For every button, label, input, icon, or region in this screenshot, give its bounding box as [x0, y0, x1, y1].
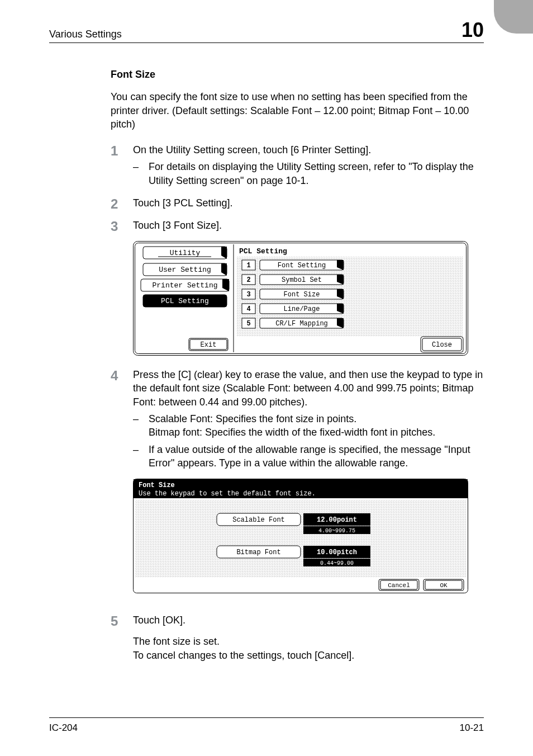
step-number: 1 — [111, 143, 133, 158]
scalable-font-value: 12.00point 4.00~999.75 — [303, 513, 370, 534]
svg-text:Font Size: Font Size — [284, 291, 320, 299]
svg-rect-47 — [135, 500, 466, 577]
step-result-2: To cancel changes to the settings, touch… — [133, 649, 484, 662]
panel-title: Font Size — [139, 481, 175, 489]
tab-user-setting[interactable]: User Setting — [143, 263, 227, 276]
intro-paragraph: You can specify the font size to use whe… — [111, 90, 484, 131]
step-4: 4 Press the [C] (clear) key to erase the… — [111, 368, 484, 471]
step-text: On the Utility Setting screen, touch [6 … — [133, 143, 484, 157]
screenshot-font-size: Font Size Use the keypad to set the defa… — [133, 479, 484, 593]
scalable-range: 4.00~999.75 — [318, 528, 355, 534]
tab-pcl-setting-active[interactable]: PCL Setting — [143, 295, 227, 307]
svg-text:Cancel: Cancel — [388, 582, 410, 589]
step-subtext: For details on displaying the Utility Se… — [149, 160, 484, 187]
svg-text:10.00pitch: 10.00pitch — [317, 549, 357, 556]
bullet-dash: – — [133, 412, 149, 426]
footer-page-number: 10-21 — [460, 722, 484, 734]
svg-text:5: 5 — [246, 320, 250, 328]
bitmap-font-button[interactable]: Bitmap Font — [217, 546, 301, 558]
step-2: 2 Touch [3 PCL Setting]. — [111, 196, 484, 211]
step-result-1: The font size is set. — [133, 635, 484, 648]
step-text: Touch [3 PCL Setting]. — [133, 196, 484, 210]
step-subtext: If a value outside of the allowable rang… — [149, 443, 484, 470]
svg-text:Line/Page: Line/Page — [284, 305, 320, 313]
header-section-title: Various Settings — [49, 29, 122, 40]
svg-text:4: 4 — [246, 305, 250, 313]
cancel-button[interactable]: Cancel — [379, 579, 419, 590]
scalable-font-button[interactable]: Scalable Font — [217, 513, 301, 526]
bullet-dash: – — [133, 160, 149, 173]
page-header: Various Settings 10 — [49, 20, 484, 43]
footer-model: IC-204 — [49, 722, 78, 734]
panel-subtitle: Use the keypad to set the default font s… — [139, 490, 316, 498]
svg-text:12.00point: 12.00point — [317, 516, 357, 524]
step-1: 1 On the Utility Setting screen, touch [… — [111, 143, 484, 188]
step-text: Touch [3 Font Size]. — [133, 219, 484, 232]
step-subtext: Scalable Font: Specifies the font size i… — [149, 412, 435, 440]
corner-tab — [494, 0, 533, 34]
bullet-dash: – — [133, 443, 149, 456]
panel-title: PCL Setting — [239, 247, 287, 256]
screenshot-pcl-setting: Utility User Setting Printer Setting PCL… — [133, 241, 484, 356]
step-text: Touch [OK]. — [133, 613, 484, 627]
header-chapter-number: 10 — [461, 20, 484, 40]
svg-text:Bitmap Font: Bitmap Font — [236, 549, 280, 556]
svg-text:2: 2 — [246, 276, 250, 284]
exit-button[interactable]: Exit — [189, 338, 228, 351]
tab-utility[interactable]: Utility — [143, 247, 227, 259]
step-number: 4 — [111, 368, 133, 382]
svg-text:Utility: Utility — [170, 249, 201, 257]
bitmap-font-value: 10.00pitch 0.44~99.00 — [303, 546, 370, 566]
step-number: 3 — [111, 219, 133, 233]
step-text: Press the [C] (clear) key to erase the v… — [133, 368, 484, 409]
page-footer: IC-204 10-21 — [49, 717, 484, 734]
section-title: Font Size — [111, 68, 484, 81]
svg-text:CR/LF Mapping: CR/LF Mapping — [275, 320, 328, 328]
svg-text:Exit: Exit — [201, 341, 217, 349]
svg-text:Printer Setting: Printer Setting — [152, 281, 217, 290]
step-3: 3 Touch [3 Font Size]. — [111, 219, 484, 233]
svg-text:Symbol Set: Symbol Set — [282, 276, 322, 284]
svg-text:1: 1 — [246, 262, 250, 270]
tab-printer-setting[interactable]: Printer Setting — [141, 279, 229, 291]
svg-text:Scalable Font: Scalable Font — [232, 516, 285, 524]
svg-text:3: 3 — [246, 291, 250, 299]
step-5: 5 Touch [OK]. The font size is set. To c… — [111, 613, 484, 662]
svg-text:OK: OK — [440, 582, 448, 589]
svg-text:Close: Close — [432, 341, 452, 349]
svg-text:PCL Setting: PCL Setting — [161, 297, 209, 305]
ok-button[interactable]: OK — [423, 579, 464, 590]
step-number: 5 — [111, 613, 133, 628]
close-button[interactable]: Close — [421, 337, 463, 352]
bitmap-range: 0.44~99.00 — [320, 560, 354, 566]
svg-text:Font Setting: Font Setting — [278, 262, 326, 270]
step-number: 2 — [111, 196, 133, 211]
svg-text:User Setting: User Setting — [159, 266, 211, 274]
